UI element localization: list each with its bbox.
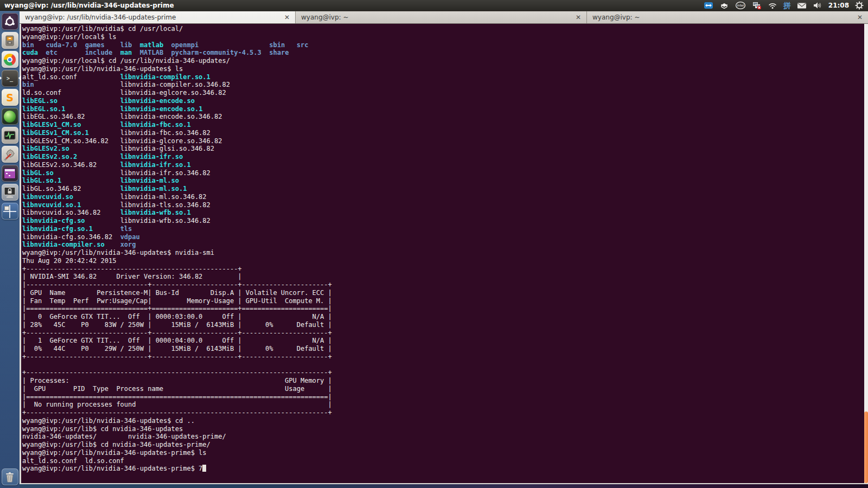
- terminal-icon: >_: [7, 75, 13, 81]
- launcher-item-sublime-text[interactable]: S: [2, 89, 18, 106]
- tab-label: wyang@ivp: ~: [301, 14, 570, 21]
- launcher-item-system-monitor[interactable]: [2, 127, 18, 144]
- volume-icon[interactable]: [813, 1, 822, 10]
- unity-launcher: >_ S: [0, 11, 20, 488]
- terminal-line: libnvcuvid.so libnvidia-ml.so.346.82: [22, 193, 868, 201]
- launcher-item-terminal[interactable]: >_: [2, 70, 18, 87]
- tab-label: wyang@ivp: ~: [592, 14, 852, 21]
- purple-window-icon: [4, 168, 16, 179]
- launcher-item-files[interactable]: [2, 32, 18, 49]
- window-title: wyang@ivp: /usr/lib/nvidia-346-updates-p…: [0, 2, 704, 9]
- svg-text:intel: intel: [737, 3, 744, 7]
- terminal-line: libGLESv2.so libnvidia-glsi.so.346.82: [22, 145, 868, 153]
- terminal-tabbar: wyang@ivp: /usr/lib/nvidia-346-updates-p…: [20, 11, 868, 24]
- launcher-item-workspace-switcher[interactable]: [2, 203, 18, 220]
- terminal-line: Thu Aug 20 20:42:42 2015: [22, 257, 868, 265]
- launcher-item-chrome[interactable]: [2, 51, 18, 68]
- terminal-line: +---------------------------------------…: [22, 409, 868, 417]
- dropbox-icon[interactable]: [719, 1, 729, 10]
- terminal-line: +-------------------------------+-------…: [22, 329, 868, 337]
- terminal-body[interactable]: wyang@ivp:/usr/lib/nvidia$ cd /usr/local…: [20, 24, 868, 483]
- terminal-line: libGL.so libnvidia-ifr.so.346.82: [22, 169, 868, 177]
- terminal-line: [22, 361, 868, 369]
- terminal-line: wyang@ivp:/usr/lib/nvidia-346-updates$ c…: [22, 417, 868, 425]
- terminal-line: libnvidia-compiler.so xorg: [22, 241, 868, 249]
- terminal-line: alt_ld.so.conf ld.so.conf: [22, 457, 868, 465]
- launcher-item-nvidia-settings[interactable]: [2, 108, 18, 125]
- launcher-item-lock-screen[interactable]: [2, 184, 18, 201]
- terminal-line: wyang@ivp:/usr/lib/nvidia-346-updates$ n…: [22, 249, 868, 257]
- terminal-line: nvidia-346-updates/ nvidia-346-updates-p…: [22, 433, 868, 441]
- terminal-line: | GPU PID Type Process name Usage |: [22, 385, 868, 393]
- chrome-icon: [4, 54, 16, 66]
- gear-wrench-icon: [3, 148, 16, 161]
- terminal-line: | Processes: GPU Memory |: [22, 377, 868, 385]
- file-cabinet-icon: [4, 35, 16, 47]
- terminal-line: +---------------------------------------…: [22, 369, 868, 377]
- terminal-line: libGLESv2.so.2 libnvidia-ifr.so: [22, 153, 868, 161]
- terminal-line: libGLESv1_CM.so.1 libnvidia-fbc.so.346.8…: [22, 129, 868, 137]
- terminal-line: libGLESv2.so.346.82 libnvidia-ifr.so.1: [22, 161, 868, 169]
- terminal-line: |-------------------------------+-------…: [22, 281, 868, 289]
- terminal-line: wyang@ivp:/usr/local$ cd /usr/lib/nvidia…: [22, 57, 868, 65]
- terminal-line: wyang@ivp:/usr/lib/nvidia-346-updates-pr…: [22, 465, 868, 473]
- tray-clock[interactable]: 21:08: [828, 2, 849, 9]
- terminal-line: +---------------------------------------…: [22, 265, 868, 273]
- intel-icon[interactable]: intel: [735, 1, 746, 10]
- terminal-line: alt_ld.so.conf libnvidia-compiler.so.1: [22, 73, 868, 81]
- nvidia-green-sphere-icon: [4, 111, 16, 123]
- terminal-line: wyang@ivp:/usr/lib/nvidia$ cd /usr/local…: [22, 25, 868, 33]
- terminal-line: | 28% 45C P0 83W / 250W | 15MiB / 6143Mi…: [22, 321, 868, 329]
- running-indicator-arrow: [0, 75, 2, 81]
- terminal-line: | GPU Name Persistence-M| Bus-Id Disp.A …: [22, 289, 868, 297]
- terminal-line: libGL.so.1 libnvidia-ml.so: [22, 177, 868, 185]
- workspace-switcher-icon: [3, 205, 16, 218]
- tab-close-icon[interactable]: ✕: [857, 14, 863, 21]
- teamviewer-icon[interactable]: [704, 1, 713, 10]
- tab-close-icon[interactable]: ✕: [284, 14, 290, 21]
- network-offline-icon[interactable]: [752, 1, 762, 10]
- terminal-line: libGLESv1_CM.so libnvidia-fbc.so.1: [22, 121, 868, 129]
- launcher-item-terminal-purple[interactable]: [2, 165, 18, 182]
- tab-terminal-1[interactable]: wyang@ivp: /usr/lib/nvidia-346-updates-p…: [20, 11, 296, 23]
- session-gear-icon[interactable]: [855, 1, 864, 10]
- terminal-line: wyang@ivp:/usr/lib$ cd nvidia-346-update…: [22, 425, 868, 433]
- launcher-item-trash[interactable]: [2, 468, 18, 485]
- launcher-item-ubuntu-dash[interactable]: [2, 13, 18, 30]
- terminal-line: libEGL.so.1 libnvidia-encode.so.1: [22, 105, 868, 113]
- terminal-line: libnvidia-cfg.so.346.82 vdpau: [22, 233, 868, 241]
- terminal-line: | No running processes found |: [22, 401, 868, 409]
- tab-terminal-3[interactable]: wyang@ivp: ~ ✕: [587, 11, 868, 23]
- pinyin-indicator-icon[interactable]: 拼: [783, 2, 791, 9]
- focused-indicator-arrow: [18, 75, 21, 81]
- tab-close-icon[interactable]: ✕: [576, 14, 581, 21]
- tab-label: wyang@ivp: /usr/lib/nvidia-346-updates-p…: [25, 14, 279, 21]
- terminal-line: wyang@ivp:/usr/local$ ls: [22, 33, 868, 41]
- terminal-line: | 1 GeForce GTX TIT... Off | 0000:04:00.…: [22, 337, 868, 345]
- sublime-s-icon: S: [6, 92, 14, 104]
- tab-terminal-2[interactable]: wyang@ivp: ~ ✕: [296, 11, 587, 23]
- terminal-line: bin cuda-7.0 games lib matlab openmpi sb…: [22, 41, 868, 49]
- trash-icon: [4, 471, 15, 483]
- scrollbar-track[interactable]: [864, 24, 868, 483]
- terminal-line: +-------------------------------+-------…: [22, 353, 868, 361]
- terminal-line: | 0 GeForce GTX TIT... Off | 0000:03:00.…: [22, 313, 868, 321]
- terminal-line: libnvcuvid.so.1 libnvidia-tls.so.346.82: [22, 201, 868, 209]
- wifi-icon[interactable]: [768, 1, 777, 10]
- mail-icon[interactable]: [797, 1, 807, 10]
- terminal-line: | Fan Temp Perf Pwr:Usage/Cap| Memory-Us…: [22, 297, 868, 305]
- terminal-line: libnvcuvid.so.346.82 libnvidia-wfb.so.1: [22, 209, 868, 217]
- terminal-line: cuda etc include man MATLAB pycharm-comm…: [22, 49, 868, 57]
- scrollbar-thumb[interactable]: [864, 412, 868, 483]
- terminal-line: wyang@ivp:/usr/lib$ cd nvidia-346-update…: [22, 441, 868, 449]
- top-panel: wyang@ivp: /usr/lib/nvidia-346-updates-p…: [0, 0, 868, 11]
- system-monitor-icon: [3, 130, 16, 141]
- terminal-line: | 0% 44C P0 29W / 250W | 15MiB / 6143MiB…: [22, 345, 868, 353]
- terminal-line: bin libnvidia-compiler.so.346.82: [22, 81, 868, 89]
- terminal-line: wyang@ivp:/usr/lib/nvidia-346-updates$ l…: [22, 65, 868, 73]
- terminal-line: libnvidia-cfg.so libnvidia-wfb.so.346.82: [22, 217, 868, 225]
- launcher-item-system-settings[interactable]: [2, 146, 18, 163]
- terminal-line: libnvidia-cfg.so.1 tls: [22, 225, 868, 233]
- terminal-line: ld.so.conf libnvidia-eglcore.so.346.82: [22, 89, 868, 97]
- desktop-wallpaper-strip: [20, 484, 868, 488]
